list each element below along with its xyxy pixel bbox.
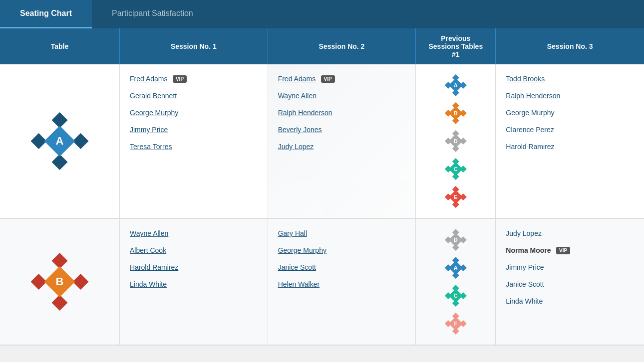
person-harold-ramirez-b-s1[interactable]: Harold Ramirez — [130, 263, 178, 271]
list-item: Wayne Allen — [130, 229, 258, 238]
prev-icon-d-b: D — [445, 229, 467, 251]
table-b-session1: Wayne Allen Albert Cook Harold Ramirez L… — [120, 219, 268, 345]
tab-seating-chart[interactable]: Seating Chart — [0, 0, 92, 28]
person-george-murphy-b-s2[interactable]: George Murphy — [278, 246, 326, 254]
table-a-session1: Fred Adams VIP Gerald Bennett George Mur… — [120, 64, 268, 218]
table-a-label: A — [56, 135, 64, 148]
prev-icon-d: D — [445, 130, 467, 152]
list-item: Janice Scott — [506, 280, 634, 289]
list-item: Norma Moore VIP — [506, 246, 634, 255]
list-item: Wayne Allen — [278, 91, 406, 100]
table-a-session3: Todd Brooks Ralph Henderson George Murph… — [496, 64, 644, 218]
person-helen-walker-b-s2[interactable]: Helen Walker — [278, 280, 320, 288]
tab-participant-satisfaction[interactable]: Participant Satisfaction — [92, 0, 213, 28]
list-item: Ralph Henderson — [278, 108, 406, 117]
header-session3: Session No. 3 — [496, 28, 644, 64]
person-wayne-allen-s2[interactable]: Wayne Allen — [278, 92, 317, 100]
person-janice-scott-b-s2[interactable]: Janice Scott — [278, 263, 316, 271]
list-item: Teresa Torres — [130, 142, 258, 151]
list-item: Gary Hall — [278, 229, 406, 238]
person-todd-brooks-s3[interactable]: Todd Brooks — [506, 75, 545, 83]
list-item: George Murphy — [130, 108, 258, 117]
person-ralph-henderson-s2[interactable]: Ralph Henderson — [278, 109, 332, 117]
list-item: George Murphy — [506, 108, 634, 117]
person-clarence-perez-s3: Clarence Perez — [506, 126, 554, 134]
header-session1: Session No. 1 — [120, 28, 268, 64]
person-judy-lopez-s2[interactable]: Judy Lopez — [278, 143, 314, 151]
person-jimmy-price-b-s3: Jimmy Price — [506, 263, 544, 271]
table-row-b: B Wayne Allen Albert Cook Harold Ramirez… — [0, 219, 644, 346]
table-row-a: A Fred Adams VIP Gerald Bennett George M… — [0, 64, 644, 219]
table-a-prev-icons: A B D C — [416, 64, 496, 218]
list-item: Judy Lopez — [278, 142, 406, 151]
person-jimmy-price-s1[interactable]: Jimmy Price — [130, 126, 168, 134]
person-norma-moore-b-s3: Norma Moore — [506, 246, 551, 254]
person-beverly-jones-s2[interactable]: Beverly Jones — [278, 126, 322, 134]
list-item: Ralph Henderson — [506, 91, 634, 100]
header-prev-sessions: Previous Sessions Tables #1 — [416, 28, 496, 64]
list-item: Fred Adams VIP — [130, 74, 258, 83]
list-item: Beverly Jones — [278, 125, 406, 134]
table-b-session3: Judy Lopez Norma Moore VIP Jimmy Price J… — [496, 219, 644, 345]
table-b-label: B — [56, 275, 64, 288]
vip-badge: VIP — [321, 75, 335, 83]
list-item: Jimmy Price — [506, 263, 634, 272]
vip-badge: VIP — [173, 75, 187, 83]
column-headers: Table Session No. 1 Session No. 2 Previo… — [0, 28, 644, 64]
table-b-icon-cell: B — [0, 219, 120, 345]
table-b-prev-icons: D A C F — [416, 219, 496, 345]
person-linda-white-b-s3: Linda White — [506, 297, 543, 305]
prev-icon-c-b: C — [445, 285, 467, 307]
header-table: Table — [0, 28, 120, 64]
person-wayne-allen-b-s1[interactable]: Wayne Allen — [130, 229, 168, 237]
list-item: Clarence Perez — [506, 125, 634, 134]
table-a-icon: A — [30, 111, 90, 171]
prev-icon-c: C — [445, 158, 467, 180]
vip-badge: VIP — [556, 247, 570, 254]
person-teresa-torres-s1[interactable]: Teresa Torres — [130, 143, 172, 151]
table-a-icon-cell: A — [0, 64, 120, 218]
prev-icon-f-b: F — [445, 313, 467, 335]
list-item: Linda White — [130, 280, 258, 289]
list-item: Helen Walker — [278, 280, 406, 289]
prev-icon-b: B — [445, 102, 467, 124]
header-session2: Session No. 2 — [268, 28, 416, 64]
person-fred-adams-s2[interactable]: Fred Adams — [278, 75, 316, 83]
table-b-icon: B — [30, 252, 90, 312]
person-linda-white-b-s1[interactable]: Linda White — [130, 280, 167, 288]
person-janice-scott-b-s3: Janice Scott — [506, 280, 544, 288]
list-item: Judy Lopez — [506, 229, 634, 238]
person-george-murphy-s3: George Murphy — [506, 109, 554, 117]
person-judy-lopez-b-s3: Judy Lopez — [506, 229, 542, 237]
list-item: George Murphy — [278, 246, 406, 255]
list-item: Harold Ramirez — [506, 142, 634, 151]
person-george-murphy-s1[interactable]: George Murphy — [130, 109, 178, 117]
list-item: Jimmy Price — [130, 125, 258, 134]
person-gerald-bennett-s1[interactable]: Gerald Bennett — [130, 92, 177, 100]
person-harold-ramirez-s3: Harold Ramirez — [506, 143, 554, 151]
list-item: Janice Scott — [278, 263, 406, 272]
list-item: Harold Ramirez — [130, 263, 258, 272]
table-b-session2: Gary Hall George Murphy Janice Scott Hel… — [268, 219, 416, 345]
list-item: Fred Adams VIP — [278, 74, 406, 83]
list-item: Todd Brooks — [506, 74, 634, 83]
list-item: Gerald Bennett — [130, 91, 258, 100]
tab-bar: Seating Chart Participant Satisfaction — [0, 0, 644, 28]
person-albert-cook-b-s1[interactable]: Albert Cook — [130, 246, 166, 254]
person-fred-adams-s1[interactable]: Fred Adams — [130, 75, 167, 83]
table-a-session2: Fred Adams VIP Wayne Allen Ralph Henders… — [268, 64, 416, 218]
prev-icon-e: E — [445, 186, 467, 208]
person-gary-hall-b-s2[interactable]: Gary Hall — [278, 229, 307, 237]
prev-icon-a-b: A — [445, 257, 467, 279]
prev-icon-a: A — [445, 74, 467, 96]
list-item: Albert Cook — [130, 246, 258, 255]
person-ralph-henderson-s3[interactable]: Ralph Henderson — [506, 92, 560, 100]
list-item: Linda White — [506, 297, 634, 306]
